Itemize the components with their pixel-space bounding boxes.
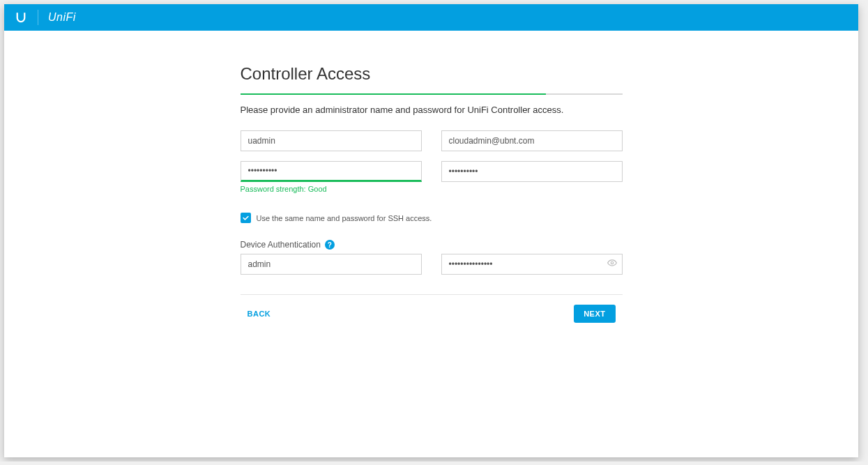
admin-credentials-row: [241, 130, 623, 151]
ssh-checkbox-row: Use the same name and password for SSH a…: [241, 213, 623, 223]
back-button[interactable]: BACK: [248, 310, 271, 318]
ssh-checkbox[interactable]: [241, 213, 251, 223]
ubiquiti-logo-icon: [14, 10, 28, 24]
eye-icon[interactable]: [607, 258, 617, 270]
admin-email-input[interactable]: [441, 130, 623, 151]
next-button[interactable]: NEXT: [574, 305, 615, 323]
progress-bar: [241, 93, 623, 95]
footer-divider: [241, 294, 623, 295]
footer-nav: BACK NEXT: [241, 305, 623, 323]
help-icon[interactable]: ?: [325, 240, 335, 250]
ssh-checkbox-label: Use the same name and password for SSH a…: [257, 214, 432, 222]
device-user-input[interactable]: [241, 254, 422, 275]
app-window: UniFi Controller Access Please provide a…: [4, 4, 858, 457]
setup-wizard-content: Controller Access Please provide an admi…: [241, 64, 623, 323]
device-pass-input[interactable]: [441, 254, 623, 275]
header-bar: UniFi: [4, 4, 858, 31]
password-strength-label: Password strength: Good: [241, 185, 422, 193]
device-auth-label-row: Device Authentication ?: [241, 240, 623, 250]
svg-point-0: [611, 261, 614, 264]
strength-value: Good: [308, 185, 327, 193]
progress-fill: [241, 93, 546, 95]
instruction-text: Please provide an administrator name and…: [241, 105, 623, 115]
strength-prefix: Password strength:: [241, 185, 308, 193]
brand-name: UniFi: [48, 11, 76, 24]
page-title: Controller Access: [241, 64, 623, 84]
password-confirm-input[interactable]: [441, 161, 623, 182]
password-input[interactable]: [241, 161, 422, 182]
password-row: Password strength: Good: [241, 161, 623, 193]
device-auth-label: Device Authentication: [241, 240, 321, 250]
device-auth-row: [241, 254, 623, 275]
admin-name-input[interactable]: [241, 130, 422, 151]
header-divider: [38, 10, 38, 25]
